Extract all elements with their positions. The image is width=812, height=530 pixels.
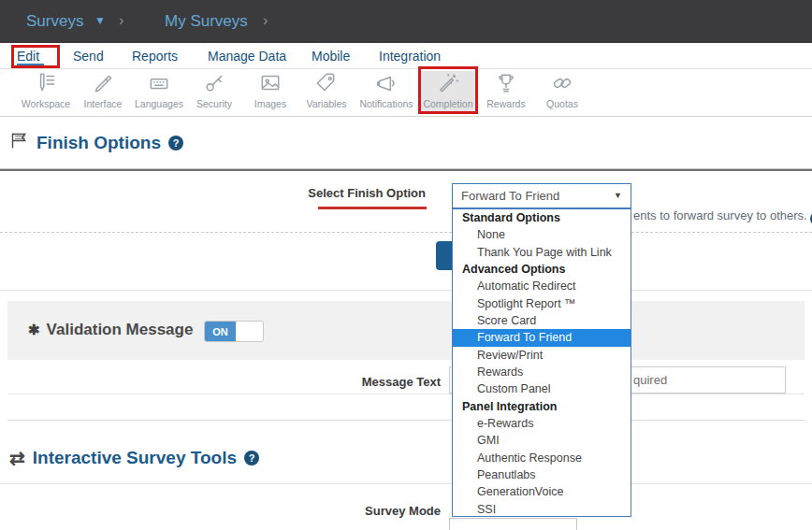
section-divider <box>0 483 812 484</box>
menu-item-integration[interactable]: Integration <box>379 46 441 66</box>
tag-icon <box>297 71 355 97</box>
dropdown-option-score-card[interactable]: Score Card <box>453 312 631 329</box>
keyboard-icon <box>130 71 188 97</box>
survey-mode-label: Survey Mode <box>274 504 441 518</box>
dropdown-option-thank-you-page[interactable]: Thank You Page with Link <box>453 244 631 261</box>
dropdown-option-none[interactable]: None <box>453 226 631 243</box>
annotation-underline-select-finish <box>318 207 427 209</box>
interactive-tools-heading: ⇄ Interactive Survey Tools ? <box>9 447 259 469</box>
trophy-icon <box>479 71 533 97</box>
toolbar-item-images[interactable]: Images <box>241 71 299 114</box>
help-icon[interactable]: ? <box>244 451 259 466</box>
menu-item-manage-data[interactable]: Manage Data <box>208 46 286 66</box>
section-title: Interactive Survey Tools <box>33 448 237 468</box>
help-icon[interactable]: ? <box>168 136 183 150</box>
section-divider <box>0 168 812 171</box>
pencil-list-icon <box>17 71 75 97</box>
menu-item-send[interactable]: Send <box>73 46 104 66</box>
dropdown-option-automatic-redirect[interactable]: Automatic Redirect <box>453 278 631 294</box>
key-icon <box>185 71 243 97</box>
selected-value: Forward To Friend <box>461 189 559 203</box>
dropdown-group-advanced-options: Advanced Options <box>453 261 631 278</box>
edit-toolbar: Workspace Interface Languages Security I <box>0 69 812 117</box>
toolbar-item-quotas[interactable]: Quotas <box>535 71 589 114</box>
row-divider <box>7 394 805 394</box>
section-divider <box>0 290 812 291</box>
helper-text: ents to forward survey to others.? <box>633 208 812 226</box>
main-menu-bar: Edit Send Reports Manage Data Mobile Int… <box>0 43 812 69</box>
chain-links-icon <box>535 71 589 97</box>
breadcrumb-my-surveys[interactable]: My Surveys <box>165 0 248 43</box>
validation-card-header: ✱Validation Message ON <box>7 301 805 360</box>
validation-title: ✱Validation Message <box>28 321 193 339</box>
message-text-label: Message Text <box>274 375 441 389</box>
toolbar-item-workspace[interactable]: Workspace <box>17 71 75 114</box>
dropdown-group-standard-options: Standard Options <box>453 209 631 226</box>
image-icon <box>241 71 299 97</box>
toolbar-item-variables[interactable]: Variables <box>297 71 355 114</box>
dropdown-option-forward-to-friend[interactable]: Forward To Friend <box>453 329 631 346</box>
dropdown-option-spotlight-report[interactable]: Spotlight Report ™ <box>453 295 631 312</box>
menu-item-mobile[interactable]: Mobile <box>312 46 350 66</box>
dropdown-option-gmi[interactable]: GMI <box>453 432 631 449</box>
validation-toggle[interactable]: ON <box>204 321 264 342</box>
dropdown-option-ssi[interactable]: SSI <box>453 501 631 517</box>
toolbar-item-security[interactable]: Security <box>185 71 243 114</box>
annotation-box-edit <box>11 45 60 68</box>
toolbar-item-interface[interactable]: Interface <box>74 71 132 114</box>
message-text-value: quired <box>633 373 667 387</box>
toolbar-item-languages[interactable]: Languages <box>130 71 188 114</box>
app-window: Surveys ▼ › My Surveys › Edit Send Repor… <box>0 0 812 530</box>
asterisk-icon: ✱ <box>28 322 40 337</box>
dropdown-option-review-print[interactable]: Review/Print <box>453 347 631 364</box>
finish-options-heading: Finish Options ? <box>9 131 183 155</box>
menu-item-reports[interactable]: Reports <box>132 46 178 66</box>
annotation-box-completion <box>418 66 478 114</box>
breadcrumb-separator-icon: › <box>119 0 123 43</box>
finish-option-dropdown-list: Standard Options None Thank You Page wit… <box>452 208 631 517</box>
dropdown-option-rewards[interactable]: Rewards <box>453 364 631 380</box>
select-caret-icon: ▼ <box>614 184 622 208</box>
validation-message-card: ✱Validation Message ON Message Text quir… <box>7 301 805 421</box>
dropdown-option-e-rewards[interactable]: e-Rewards <box>453 415 631 432</box>
top-navigation-bar: Surveys ▼ › My Surveys › <box>0 0 812 43</box>
finish-option-select[interactable]: Forward To Friend ▼ <box>452 183 631 208</box>
page-title: Finish Options <box>36 133 161 153</box>
dropdown-option-peanutlabs[interactable]: Peanutlabs <box>453 466 631 483</box>
dropdown-group-panel-integration: Panel Integration <box>453 398 631 415</box>
breadcrumb-separator-icon: › <box>263 0 268 43</box>
dropdown-option-authentic-response[interactable]: Authentic Response <box>453 450 631 466</box>
survey-mode-select[interactable] <box>449 518 577 530</box>
toggle-on-label: ON <box>205 322 236 341</box>
breadcrumb-surveys[interactable]: Surveys <box>26 0 83 43</box>
toolbar-item-rewards[interactable]: Rewards <box>479 71 533 114</box>
flag-icon <box>9 131 29 155</box>
toolbar-item-notifications[interactable]: Notifications <box>353 71 420 114</box>
swap-arrows-icon: ⇄ <box>9 447 25 469</box>
dashed-divider <box>0 232 812 233</box>
dropdown-option-generationvoice[interactable]: GenerationVoice <box>453 483 631 500</box>
dropdown-option-custom-panel[interactable]: Custom Panel <box>453 380 631 397</box>
megaphone-icon <box>353 71 420 97</box>
chevron-down-icon[interactable]: ▼ <box>94 0 106 43</box>
pen-icon <box>74 71 132 97</box>
select-finish-option-label: Select Finish Option <box>281 186 426 200</box>
